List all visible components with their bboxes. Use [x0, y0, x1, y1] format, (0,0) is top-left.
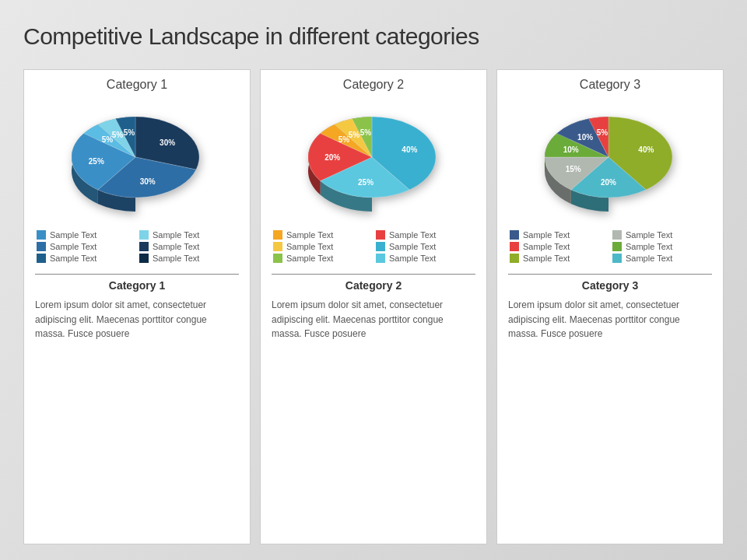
legend-label: Sample Text — [50, 254, 96, 263]
pie-label: 15% — [565, 164, 580, 173]
legend-item: Sample Text — [37, 254, 135, 263]
legend-label: Sample Text — [389, 254, 436, 263]
legend-label: Sample Text — [626, 230, 672, 240]
legend-item: Sample Text — [376, 230, 474, 240]
card-title-0: Category 1 — [35, 78, 239, 92]
legend-area-2: Sample TextSample TextSample TextSample … — [508, 230, 712, 263]
legend-label: Sample Text — [626, 254, 672, 263]
legend-color — [510, 254, 519, 263]
legend-item: Sample Text — [139, 242, 237, 251]
legend-item: Sample Text — [612, 242, 710, 251]
pie-label: 10% — [577, 132, 593, 141]
page-title: Competitive Landscape in different categ… — [23, 23, 724, 50]
card-divider — [35, 274, 239, 275]
pie-label: 5% — [111, 131, 123, 139]
page: Competitive Landscape in different categ… — [0, 0, 747, 560]
legend-color — [612, 242, 622, 251]
legend-label: Sample Text — [153, 230, 199, 240]
cards-row: Category 130%30%25%5%5%5%Sample TextSamp… — [23, 69, 724, 544]
pie-label: 5% — [123, 128, 135, 137]
legend-label: Sample Text — [523, 242, 570, 251]
legend-item: Sample Text — [273, 230, 371, 240]
legend-item: Sample Text — [612, 230, 710, 240]
pie-chart: 40%20%15%10%10%5% — [538, 104, 682, 225]
card-subtitle-2: Category 3 — [508, 279, 712, 292]
legend-color — [273, 230, 282, 240]
card-title-2: Category 3 — [508, 78, 712, 92]
legend-color — [37, 242, 46, 251]
pie-label: 40% — [638, 145, 654, 154]
legend-label: Sample Text — [523, 230, 570, 240]
legend-item: Sample Text — [139, 230, 237, 240]
card-body-2: Lorem ipsum dolor sit amet, consectetuer… — [508, 298, 712, 341]
legend-item: Sample Text — [139, 254, 237, 263]
card-subtitle-1: Category 2 — [272, 279, 475, 292]
legend-color — [273, 254, 282, 263]
legend-color — [139, 230, 149, 240]
legend-label: Sample Text — [50, 242, 96, 251]
pie-label: 30% — [139, 177, 155, 185]
pie-label: 5% — [348, 131, 359, 139]
pie-label: 25% — [88, 157, 103, 166]
legend-item: Sample Text — [376, 242, 474, 251]
legend-item: Sample Text — [510, 254, 608, 263]
card-category-2: Category 240%25%20%5%5%5%Sample TextSamp… — [260, 69, 487, 544]
pie-label: 20% — [324, 153, 340, 162]
legend-color — [376, 230, 385, 240]
pie-label: 5% — [359, 128, 371, 137]
card-category-1: Category 130%30%25%5%5%5%Sample TextSamp… — [23, 69, 251, 544]
legend-color — [376, 242, 385, 251]
legend-label: Sample Text — [50, 230, 96, 240]
card-title-1: Category 2 — [272, 78, 475, 92]
legend-area-1: Sample TextSample TextSample TextSample … — [272, 230, 475, 263]
pie-label: 10% — [563, 145, 578, 154]
legend-label: Sample Text — [523, 254, 570, 263]
pie-label: 5% — [596, 128, 608, 137]
legend-item: Sample Text — [510, 242, 608, 251]
legend-color — [37, 230, 46, 240]
legend-color — [139, 254, 149, 263]
legend-label: Sample Text — [153, 242, 199, 251]
legend-label: Sample Text — [286, 230, 333, 240]
card-body-1: Lorem ipsum dolor sit amet, consectetuer… — [272, 298, 475, 341]
legend-item: Sample Text — [273, 242, 371, 251]
legend-color — [139, 242, 149, 251]
pie-label: 30% — [160, 138, 175, 147]
chart-area-1: 40%25%20%5%5%5% — [272, 98, 475, 230]
legend-item: Sample Text — [612, 254, 710, 263]
legend-color — [37, 254, 46, 263]
chart-area-0: 30%30%25%5%5%5% — [35, 98, 239, 230]
legend-label: Sample Text — [626, 242, 672, 251]
legend-item: Sample Text — [37, 230, 135, 240]
legend-color — [612, 254, 622, 263]
legend-item: Sample Text — [273, 254, 371, 263]
legend-color — [510, 242, 519, 251]
card-divider — [508, 274, 712, 275]
legend-color — [273, 242, 282, 251]
legend-item: Sample Text — [376, 254, 474, 263]
pie-label: 20% — [600, 178, 615, 187]
card-body-0: Lorem ipsum dolor sit amet, consectetuer… — [35, 298, 239, 341]
pie-label: 25% — [358, 177, 374, 186]
legend-color — [612, 230, 622, 240]
pie-chart: 40%25%20%5%5%5% — [302, 104, 446, 225]
legend-area-0: Sample TextSample TextSample TextSample … — [35, 230, 239, 263]
chart-area-2: 40%20%15%10%10%5% — [508, 98, 712, 230]
card-divider — [272, 274, 475, 275]
legend-label: Sample Text — [286, 242, 333, 251]
card-category-3: Category 340%20%15%10%10%5%Sample TextSa… — [496, 69, 724, 544]
legend-label: Sample Text — [286, 254, 333, 263]
legend-color — [510, 230, 519, 240]
legend-item: Sample Text — [510, 230, 608, 240]
legend-color — [376, 254, 385, 263]
legend-label: Sample Text — [389, 242, 436, 251]
legend-label: Sample Text — [389, 230, 436, 240]
pie-chart: 30%30%25%5%5%5% — [65, 104, 209, 225]
pie-label: 40% — [402, 145, 417, 154]
legend-item: Sample Text — [37, 242, 135, 251]
legend-label: Sample Text — [153, 254, 199, 263]
card-subtitle-0: Category 1 — [35, 279, 239, 292]
